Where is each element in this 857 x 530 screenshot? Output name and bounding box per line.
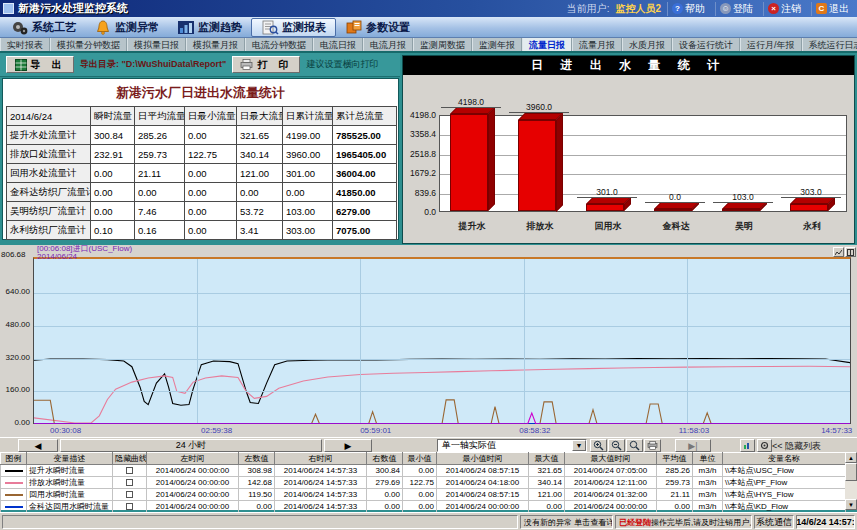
stats-header-row: 2014/6/24 瞬时流量 日平均流量 日最小流量 日最大流量 日累计流量 累… [7, 107, 397, 126]
bar-提升水 [450, 106, 496, 211]
status-empty-segment [2, 515, 518, 529]
help-icon: ? [672, 3, 683, 14]
subtab-water-quality-monthly[interactable]: 水质月报 [622, 38, 672, 51]
subtab-current-minute-data[interactable]: 电流分钟数据 [245, 38, 313, 51]
trend-mini-button-2[interactable] [845, 247, 856, 257]
bar-face [556, 113, 563, 212]
hide-curve-checkbox[interactable] [126, 479, 133, 486]
trend-mini-button-1[interactable] [833, 247, 844, 257]
mini-grid-icon [847, 249, 854, 256]
bar-category-label: 提升水 [437, 220, 507, 233]
axis-mode-select[interactable]: 单一轴实际值 ▼ [437, 439, 587, 452]
stats-row: 金科达纺织厂流量计0.000.000.000.000.0041850.00 [7, 183, 397, 202]
trend-ymax-label: 806.68 [1, 250, 25, 259]
subtab-monitor-weekly-data[interactable]: 监测周数据 [413, 38, 472, 51]
title-bar: 新港污水处理监控系统 当前用户: 监控人员2 ?帮助 ☺登陆 ×注销 C退出 [0, 0, 857, 17]
bar-value-label: 301.0 [577, 187, 637, 198]
subtab-system-log[interactable]: 系统运行日志 [802, 38, 857, 51]
variable-row[interactable]: 排放水瞬时流量2014/06/24 00:00:00142.682014/06/… [1, 477, 846, 489]
zoom-out-icon [611, 440, 622, 451]
scroll-left-button[interactable]: ◀ [18, 439, 58, 452]
tiny-gear-icon [760, 441, 769, 450]
bar-category-label: 金科达 [641, 220, 711, 233]
menu-item-monitor-alarm[interactable]: 监测异常 [85, 18, 168, 37]
bar-回用水 [586, 196, 632, 211]
trend-plot [33, 257, 851, 424]
status-alarm-message[interactable]: 没有新的异常 单击查看详细信息 [520, 515, 613, 529]
print-trend-button[interactable] [644, 439, 661, 452]
subtab-flow-monthly[interactable]: 流量月报 [572, 38, 622, 51]
export-button[interactable]: 导 出 [6, 56, 74, 73]
variable-row[interactable]: 金科达回用水瞬时流量2014/06/24 00:00:000.002014/06… [1, 501, 846, 513]
hide-curve-checkbox[interactable] [126, 491, 133, 498]
scroll-thumb[interactable] [845, 463, 857, 481]
trend-hgrid [34, 293, 850, 294]
excel-icon [15, 59, 27, 71]
help-button[interactable]: ?帮助 [667, 2, 709, 16]
trend-vgrid [197, 259, 198, 423]
bar-value-label: 103.0 [713, 192, 773, 203]
subtab-realtime-report[interactable]: 实时报表 [0, 38, 50, 51]
variable-row[interactable]: 回用水瞬时流量2014/06/24 00:00:00119.502014/06/… [1, 489, 846, 501]
menu-item-monitor-trend[interactable]: 监测趋势 [168, 18, 251, 37]
hide-curve-checkbox[interactable] [126, 503, 133, 510]
scroll-down-arrow[interactable]: ▼ [845, 499, 857, 510]
scroll-right-button[interactable]: ▶ [324, 439, 372, 452]
bar-value-label: 4198.0 [441, 97, 501, 108]
status-datetime: 2014/6/24 14:57:34 [796, 515, 855, 529]
logout-button[interactable]: ×注销 [763, 2, 805, 16]
variable-row[interactable]: 提升水瞬时流量2014/06/24 00:00:00308.982014/06/… [1, 465, 846, 477]
login-status-highlight: 已经登陆 [619, 517, 651, 528]
subtab-equipment-stats[interactable]: 设备运行统计 [672, 38, 740, 51]
subtab-monitor-yearly[interactable]: 监测年报 [472, 38, 522, 51]
subtab-current-monthly[interactable]: 电流月报 [363, 38, 413, 51]
settings-tool-button[interactable] [757, 439, 772, 452]
menu-item-system-process[interactable]: 系统工艺 [2, 18, 85, 37]
subtab-analog-daily[interactable]: 模拟量日报 [127, 38, 186, 51]
app-icon [3, 3, 14, 14]
subtab-current-daily[interactable]: 电流日报 [313, 38, 363, 51]
trend-vgrid [524, 259, 525, 423]
bar-face [518, 120, 556, 212]
bar-gridline [440, 174, 846, 175]
zoom-reset-button[interactable] [626, 439, 643, 452]
trend-variables-table-wrap: 图例变量描述隐藏曲线左时间左数值右时间右数值最小值最小值时间最大值最大值时间平均… [0, 452, 845, 510]
scroll-up-arrow[interactable]: ▲ [845, 452, 857, 463]
exit-button[interactable]: C退出 [811, 2, 853, 16]
bar-gridline [440, 135, 846, 136]
stats-row: 吴明纺织厂流量计0.007.460.0053.72103.006279.00 [7, 202, 397, 221]
stats-date: 2014/6/24 [7, 107, 91, 126]
exit-icon: C [816, 3, 827, 14]
bar-ytick-label: 839.6 [403, 188, 436, 198]
status-login-message: 已经登陆操作完毕后,请及时注销用户。 [615, 515, 752, 529]
bar-face [586, 204, 624, 211]
subtab-analog-minute-data[interactable]: 模拟量分钟数据 [50, 38, 127, 51]
small-printer-icon [647, 441, 658, 450]
menu-item-parameter-settings[interactable]: 参数设置 [336, 18, 419, 37]
report-magnifier-icon [261, 20, 279, 35]
time-range-button[interactable]: 24 小时 [60, 439, 322, 452]
trend-chart-icon [177, 20, 195, 35]
play-button[interactable]: ▶| [675, 439, 711, 452]
trend-vgrid [687, 259, 688, 423]
bar-face [654, 209, 692, 211]
stats-row: 永利纺织厂流量计0.100.160.003.41303.007075.00 [7, 221, 397, 240]
subtab-analog-monthly[interactable]: 模拟量月报 [186, 38, 245, 51]
hide-curve-checkbox[interactable] [126, 467, 133, 474]
subtab-run-month-year[interactable]: 运行月/年报 [740, 38, 802, 51]
stats-row: 回用水处流量计0.0021.110.00121.00301.0036004.00 [7, 164, 397, 183]
zoom-out-button[interactable] [608, 439, 625, 452]
chart-tool-button[interactable] [740, 439, 755, 452]
subtab-flow-daily[interactable]: 流量日报 [522, 38, 572, 51]
menu-item-monitor-report[interactable]: 监测报表 [251, 18, 336, 37]
trend-series-回用水瞬时流量 [34, 400, 850, 424]
login-button[interactable]: ☺登陆 [715, 2, 757, 16]
table-vertical-scrollbar[interactable]: ▲ ▼ [845, 452, 857, 510]
variables-header-row: 图例变量描述隐藏曲线左时间左数值右时间右数值最小值最小值时间最大值最大值时间平均… [1, 453, 846, 465]
combo-arrow-icon[interactable]: ▼ [572, 440, 586, 451]
print-button[interactable]: 打 印 [232, 56, 300, 73]
zoom-in-button[interactable] [590, 439, 607, 452]
trend-chart-region: 806.68 [00:06:08]进口(USC_Flow) 2014/06/24… [0, 245, 857, 437]
stats-table: 2014/6/24 瞬时流量 日平均流量 日最小流量 日最大流量 日累计流量 累… [6, 106, 397, 240]
trend-series-提升水瞬时流量 [34, 359, 850, 406]
